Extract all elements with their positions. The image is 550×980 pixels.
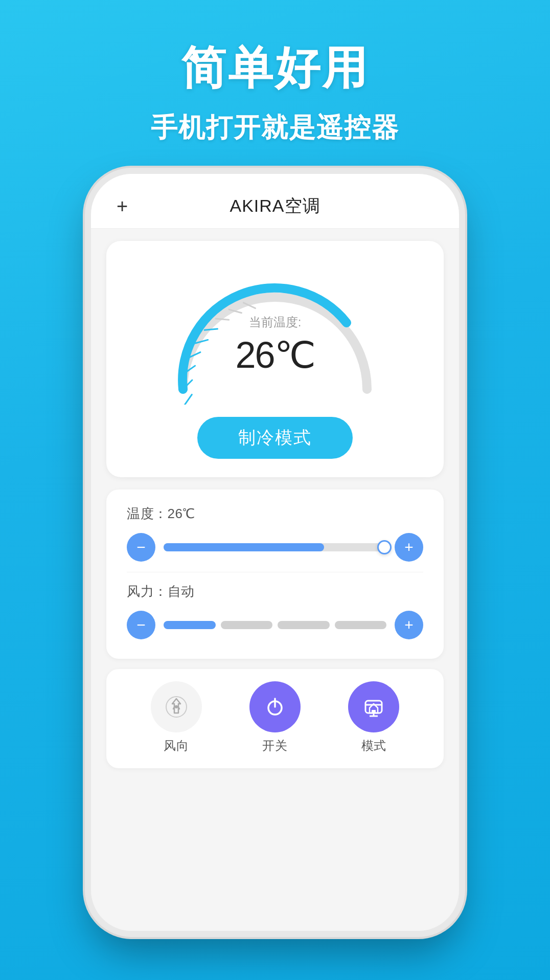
plus-icon: + — [404, 540, 414, 555]
wind-seg-1 — [164, 621, 216, 629]
wind-seg-4 — [335, 621, 387, 629]
temp-slider-fill — [164, 543, 324, 551]
divider — [127, 572, 423, 572]
wind-seg-2 — [221, 621, 273, 629]
temp-plus-button[interactable]: + — [395, 533, 423, 562]
bottom-nav: 风向 开关 — [106, 669, 444, 768]
wind-slider-track[interactable] — [164, 621, 386, 629]
svg-line-6 — [183, 394, 194, 405]
sub-title: 手机打开就是遥控器 — [0, 110, 550, 145]
mode-button[interactable]: 制冷模式 — [197, 417, 353, 459]
app-topbar: + AKIRA空调 — [91, 174, 459, 229]
phone-shell: + AKIRA空调 — [91, 174, 459, 931]
gauge-center-text: 当前温度: 26℃ — [235, 314, 314, 376]
wind-dir-label: 风向 — [164, 738, 189, 754]
wind-dir-icon-circle — [151, 681, 202, 732]
header: 简单好用 手机打开就是遥控器 — [0, 0, 550, 145]
temp-slider-thumb — [377, 540, 392, 554]
power-label: 开关 — [262, 738, 287, 754]
phone-screen: + AKIRA空调 — [91, 174, 459, 931]
gauge-container: 当前温度: 26℃ — [157, 261, 393, 405]
gauge-card: 当前温度: 26℃ 制冷模式 — [106, 241, 444, 477]
phone-mockup: + AKIRA空调 — [91, 174, 459, 931]
minus-icon: − — [136, 540, 146, 555]
gauge-label: 当前温度: — [235, 314, 314, 330]
svg-point-16 — [175, 705, 178, 708]
power-icon-circle — [249, 681, 301, 732]
temperature-control: 温度：26℃ − + 风力：自动 — [106, 489, 444, 659]
wind-minus-icon: − — [136, 617, 146, 633]
wind-plus-icon: + — [404, 617, 414, 633]
temp-slider-row: − + — [127, 533, 423, 562]
wind-minus-button[interactable]: − — [127, 611, 155, 639]
main-title: 简单好用 — [0, 41, 550, 95]
nav-item-power[interactable]: 开关 — [249, 681, 301, 754]
wind-label: 风力：自动 — [127, 583, 423, 600]
temp-minus-button[interactable]: − — [127, 533, 155, 562]
nav-item-mode[interactable]: 模式 — [348, 681, 399, 754]
svg-rect-23 — [372, 710, 376, 713]
temp-slider-track[interactable] — [164, 543, 386, 551]
add-button[interactable]: + — [117, 195, 128, 217]
nav-item-wind-dir[interactable]: 风向 — [151, 681, 202, 754]
mode-icon — [360, 694, 387, 720]
temp-label: 温度：26℃ — [127, 505, 423, 523]
power-icon — [262, 694, 288, 720]
wind-plus-button[interactable]: + — [395, 611, 423, 639]
wind-slider-row: − + — [127, 611, 423, 639]
wind-seg-3 — [278, 621, 330, 629]
mode-label: 模式 — [361, 738, 386, 754]
wind-dir-icon — [163, 694, 190, 720]
gauge-value: 26℃ — [235, 335, 314, 375]
app-title: AKIRA空调 — [230, 194, 320, 218]
mode-icon-circle — [348, 681, 399, 732]
